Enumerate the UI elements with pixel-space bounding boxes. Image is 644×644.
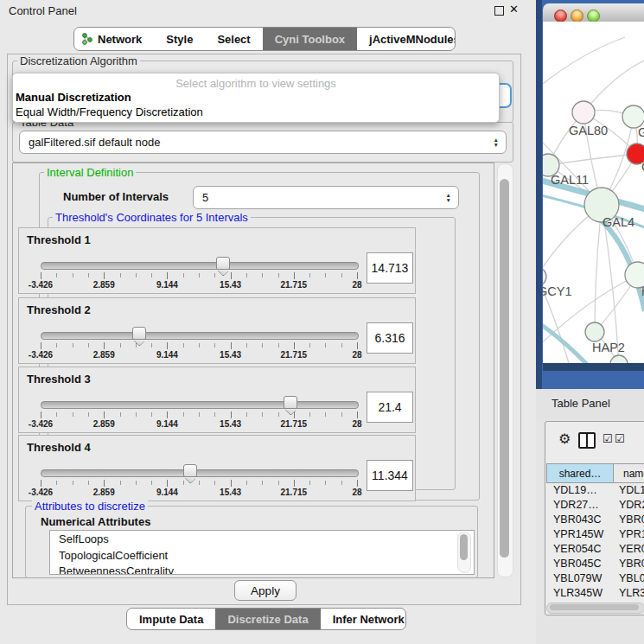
network-window-bottom-edge xyxy=(543,363,644,371)
threshold-3-slider-knob[interactable] xyxy=(284,396,297,409)
zoom-window-icon[interactable] xyxy=(587,10,600,22)
table-panel-title: Table Panel xyxy=(552,397,610,410)
node-hap2[interactable] xyxy=(585,322,604,341)
cell-name: YLR3 xyxy=(619,587,644,599)
close-panel-icon[interactable]: ✕ xyxy=(509,3,519,16)
network-view-canvas[interactable]: GAL80 GA C GAL11 GAL4 GCY1 H HAP2 xyxy=(543,22,644,363)
cell-shared-name: YDR27… xyxy=(553,499,614,511)
tab-jactivemnodules-label: jActiveMNodules xyxy=(369,33,456,46)
stepper-icon: ▲▼ xyxy=(446,193,451,203)
tab-infer-network-label: Infer Network xyxy=(333,613,405,626)
stepper-icon: ▲▼ xyxy=(494,137,499,148)
node-label-gcy1: GCY1 xyxy=(543,284,572,298)
main-scrollbar[interactable] xyxy=(497,163,513,577)
table-panel-header: Table Panel xyxy=(536,389,644,418)
tab-infer-network[interactable]: Infer Network xyxy=(321,609,406,629)
slider-tick-labels: -3.4262.8599.14415.4321.71528 xyxy=(41,280,357,290)
tab-discretize-data[interactable]: Discretize Data xyxy=(215,609,320,629)
tab-cyni-toolbox[interactable]: Cyni Toolbox xyxy=(263,28,357,50)
threshold-1-row: Threshold 1 -3.4262.8599.14415.4321.7152… xyxy=(18,227,416,294)
tab-select-label: Select xyxy=(217,33,250,46)
threshold-1-label: Threshold 1 xyxy=(27,233,91,246)
cell-shared-name: YPR145W xyxy=(553,528,614,540)
tab-impute-data-label: Impute Data xyxy=(139,613,203,626)
cell-name: YPR1 xyxy=(619,528,644,540)
number-of-intervals-combobox[interactable]: 5 ▲▼ xyxy=(193,186,459,209)
number-of-intervals-value: 5 xyxy=(202,191,208,204)
cell-shared-name: YBR045C xyxy=(553,558,614,570)
threshold-3-slider-track[interactable] xyxy=(41,401,359,409)
screen: Control Panel ✕ Network Style Select Cyn… xyxy=(0,0,644,644)
column-header-name[interactable]: name xyxy=(613,463,644,483)
cell-name: YBL0 xyxy=(619,572,644,584)
number-of-intervals-label: Number of Intervals xyxy=(63,190,169,203)
tab-select[interactable]: Select xyxy=(205,28,262,50)
list-item[interactable]: SelfLoops xyxy=(50,531,474,547)
numerical-attributes-list[interactable]: SelfLoops TopologicalCoefficient Between… xyxy=(49,530,475,575)
tab-impute-data[interactable]: Impute Data xyxy=(127,609,215,629)
panel-title: Control Panel xyxy=(9,4,77,17)
float-panel-icon[interactable] xyxy=(494,6,504,16)
threshold-2-slider-track[interactable] xyxy=(41,332,359,340)
column-header-shared-name[interactable]: shared… xyxy=(546,463,614,483)
tab-network[interactable]: Network xyxy=(74,28,154,50)
tab-cyni-toolbox-label: Cyni Toolbox xyxy=(275,33,345,46)
slider-ticks xyxy=(41,342,357,349)
table-horizontal-scrollbar[interactable] xyxy=(546,603,644,614)
threshold-2-value-field[interactable]: 6.316 xyxy=(367,322,413,354)
cell-shared-name: YER054C xyxy=(553,543,614,555)
threshold-2-label: Threshold 2 xyxy=(27,303,91,316)
node-label-gal80: GAL80 xyxy=(569,124,608,137)
cell-shared-name: YLR345W xyxy=(553,587,614,599)
top-tab-bar: Network Style Select Cyni Toolbox jActiv… xyxy=(73,27,456,51)
tab-network-label: Network xyxy=(98,33,142,46)
tab-jactivemnodules[interactable]: jActiveMNodules xyxy=(357,28,456,50)
node-label-gal11: GAL11 xyxy=(551,173,589,187)
node-gcy1[interactable] xyxy=(543,267,546,286)
list-item[interactable]: BetweennessCentrality xyxy=(50,563,474,575)
threshold-1-value-field[interactable]: 14.713 xyxy=(367,252,413,284)
column-layout-icon[interactable] xyxy=(578,432,596,449)
slider-tick-labels: -3.4262.8599.14415.4321.71528 xyxy=(41,419,357,430)
settings-scroll-area: Interval Definition Number of Intervals … xyxy=(12,163,494,578)
attributes-scrollbar[interactable] xyxy=(457,532,471,573)
algorithm-dropdown-popup: Select algorithm to view settings Manual… xyxy=(12,73,500,123)
threshold-2-row: Threshold 2 -3.4262.8599.14415.4321.7152… xyxy=(18,297,416,364)
threshold-3-value-field[interactable]: 21.4 xyxy=(367,392,413,423)
node-gal80[interactable] xyxy=(572,101,595,124)
threshold-4-slider-track[interactable] xyxy=(41,469,359,477)
cell-shared-name: YBR043C xyxy=(553,513,614,526)
apply-button[interactable]: Apply xyxy=(234,580,296,601)
slider-ticks xyxy=(41,411,357,418)
threshold-4-label: Threshold 4 xyxy=(27,441,91,454)
network-graph: GAL80 GA C GAL11 GAL4 GCY1 H HAP2 xyxy=(543,22,644,363)
algorithm-option-equal-width[interactable]: Equal Width/Frequency Discretization xyxy=(16,105,203,118)
algorithm-option-manual[interactable]: Manual Discretization xyxy=(16,91,131,104)
table-data-combobox[interactable]: galFiltered.sif default node ▲▼ xyxy=(19,131,507,154)
select-all-checkbox-icon[interactable]: ☑ xyxy=(615,432,625,445)
threshold-4-slider-knob[interactable] xyxy=(183,464,197,477)
list-item[interactable]: TopologicalCoefficient xyxy=(50,547,474,564)
node-label-hap2: HAP2 xyxy=(592,341,625,354)
network-window-titlebar[interactable] xyxy=(543,3,644,22)
tab-style-label: Style xyxy=(166,33,193,46)
close-window-icon[interactable] xyxy=(554,10,567,22)
threshold-1-slider-knob[interactable] xyxy=(216,257,230,270)
discretization-algorithm-title: Discretization Algorithm xyxy=(17,54,140,67)
tab-discretize-data-label: Discretize Data xyxy=(227,613,308,626)
threshold-1-slider-track[interactable] xyxy=(41,262,359,270)
numerical-attributes-label: Numerical Attributes xyxy=(41,515,150,528)
attributes-title: Attributes to discretize xyxy=(32,500,148,513)
minimize-window-icon[interactable] xyxy=(571,10,583,22)
node-label-gal4: GAL4 xyxy=(603,215,634,229)
node-bottom-partial[interactable] xyxy=(610,355,628,363)
threshold-2-slider-knob[interactable] xyxy=(132,327,146,340)
interval-definition-title: Interval Definition xyxy=(44,166,136,179)
slider-tick-labels: -3.4262.8599.14415.4321.71528 xyxy=(41,488,357,498)
threshold-coordinates-title: Threshold's Coordinates for 5 Intervals xyxy=(53,211,251,224)
threshold-4-value-field[interactable]: 11.344 xyxy=(367,460,413,491)
cell-name: YDL1 xyxy=(619,484,644,496)
table-settings-gear-icon[interactable]: ⚙ xyxy=(558,430,571,447)
select-rows-checkbox-icon[interactable]: ☑ xyxy=(603,432,613,445)
tab-style[interactable]: Style xyxy=(154,28,205,50)
